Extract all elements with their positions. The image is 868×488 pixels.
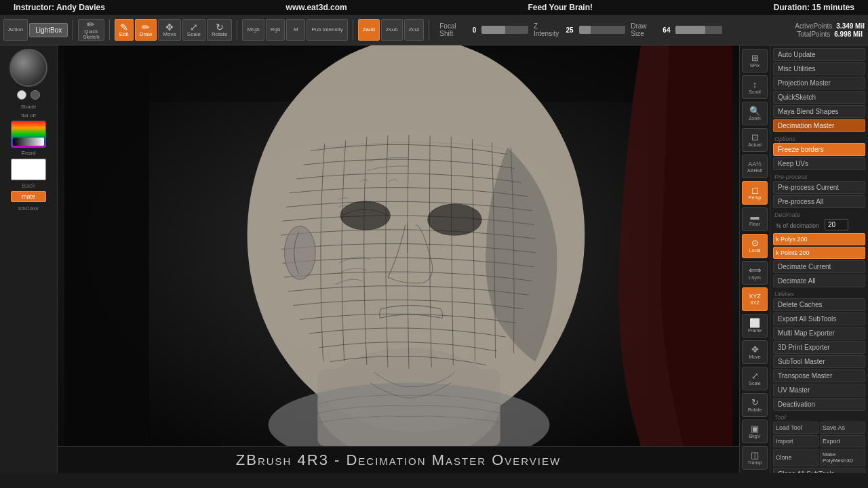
preprocess-current-button[interactable]: Pre-process Current	[773, 181, 865, 194]
multi-map-exporter-button[interactable]: Multi Map Exporter	[773, 327, 865, 340]
scale-button[interactable]: ⤢ Scale	[182, 19, 205, 41]
edit-button[interactable]: ✎ Edit	[115, 19, 134, 41]
shade-label: Shade	[20, 104, 36, 110]
svg-point-9	[428, 204, 481, 235]
back-label: Back	[22, 182, 35, 189]
freeze-borders-button[interactable]: Freeze borders	[773, 143, 865, 156]
lightbox-button[interactable]: LightBox	[29, 23, 68, 37]
decimation-master-button[interactable]: Decimation Master	[773, 119, 865, 132]
gray-dot[interactable]	[31, 90, 40, 100]
color-picker[interactable]	[11, 121, 46, 148]
m-button[interactable]: M	[286, 19, 305, 41]
utilities-section-title: Utilities	[773, 289, 865, 298]
svg-point-10	[285, 226, 316, 279]
material-sphere[interactable]	[9, 49, 47, 87]
duration-label: Duration: 15 minutes	[774, 3, 854, 12]
zadd-button[interactable]: Zadd	[358, 19, 380, 41]
load-tool-button[interactable]: Load Tool	[773, 422, 818, 434]
transp-button[interactable]: ◫ Transp	[742, 446, 768, 470]
back-color[interactable]	[11, 159, 46, 180]
percent-input[interactable]	[825, 219, 848, 230]
svg-rect-1	[64, 45, 149, 446]
quick-sketch-button[interactable]: ✏ QuickSketch	[78, 19, 104, 41]
persp-button[interactable]: ◻ Persp	[742, 181, 768, 205]
pub-intensity-button[interactable]: Pub Intensity	[307, 19, 347, 41]
keep-uvs-button[interactable]: Keep UVs	[773, 157, 865, 170]
rotate-button[interactable]: ↻ Rotate	[207, 19, 233, 41]
separator-5	[429, 20, 429, 40]
make-polymesh-button[interactable]: Make PolyMesh3D	[820, 449, 865, 466]
frame-button[interactable]: ⬜ Frame	[742, 314, 768, 338]
bottom-bar: ZBrush 4R3 - Decimation Master Overview	[58, 446, 739, 473]
instructor-label: Instructor: Andy Davies	[14, 3, 105, 12]
subtool-master-button[interactable]: SubTool Master	[773, 355, 865, 368]
decimate-current-button[interactable]: Decimate Current	[773, 260, 865, 273]
misc-utilities-button[interactable]: Misc Utilities	[773, 62, 865, 75]
zoom-button[interactable]: 🔍 Zoom	[742, 102, 768, 125]
canvas-area[interactable]: ZBrush 4R3 - Decimation Master Overview	[58, 45, 739, 473]
deactivation-button[interactable]: Deactivation	[773, 398, 865, 411]
tool-section-title: Tool	[773, 412, 865, 422]
separator-3	[237, 20, 237, 40]
focal-shift-slider[interactable]	[481, 26, 528, 34]
website-label: www.eat3d.com	[286, 3, 347, 12]
draw-button[interactable]: ✏ Draw	[135, 19, 157, 41]
maya-blend-shapes-button[interactable]: Maya Blend Shapes	[773, 105, 865, 118]
mrgb-button[interactable]: Mrgb	[242, 19, 264, 41]
draw-size-slider[interactable]	[675, 26, 722, 34]
bottom-title: ZBrush 4R3 - Decimation Master Overview	[236, 451, 561, 469]
xyz-button[interactable]: XYZ XYZ	[742, 287, 768, 311]
scale-icon-button[interactable]: ⤢ Scale	[742, 367, 768, 390]
zsub-button[interactable]: Zsub	[381, 19, 403, 41]
separator-4	[353, 20, 353, 40]
rotate-icon-button[interactable]: ↻ Rotate	[742, 393, 768, 417]
print-exporter-button[interactable]: 3D Print Exporter	[773, 341, 865, 354]
save-as-button[interactable]: Save As	[820, 422, 865, 434]
polys-button[interactable]: k Polys 200	[773, 233, 865, 245]
uv-master-button[interactable]: UV Master	[773, 384, 865, 396]
clone-row: Clone Make PolyMesh3D	[773, 449, 865, 466]
export-button[interactable]: Export	[820, 435, 865, 447]
aahalf-button[interactable]: AA½ AAHalf	[742, 155, 768, 178]
front-label: Front	[21, 150, 35, 157]
viewport[interactable]	[58, 45, 739, 446]
quicksketch-button[interactable]: QuickSketch	[773, 91, 865, 104]
spix-button[interactable]: ⊞ SPix	[742, 49, 768, 73]
bkgv-button[interactable]: ▣ BkgV	[742, 420, 768, 443]
z-intensity-slider[interactable]	[579, 26, 626, 34]
import-button[interactable]: Import	[773, 435, 818, 447]
flat-label: flat off	[21, 113, 36, 119]
color-dots	[17, 90, 40, 100]
scroll-button[interactable]: ↕ Scroll	[742, 75, 768, 99]
decimate-section-title: Decimate	[773, 209, 865, 219]
mate-button[interactable]: mate	[11, 191, 46, 202]
zadd-group: Zadd Zsub Zcut	[358, 19, 425, 41]
move-button[interactable]: ✥ Move	[158, 19, 181, 41]
clone-all-subtools-button[interactable]: Clone All SubTools	[773, 468, 865, 473]
action-button[interactable]: Action	[3, 19, 28, 41]
white-dot[interactable]	[17, 90, 26, 100]
intensity-bar: Focal Shift 0 Z Intensity 25 Draw Size 6…	[434, 22, 728, 37]
move-icon-button[interactable]: ✥ Move	[742, 340, 768, 364]
main-content: Shade flat off Front Back mate tchColor	[0, 45, 868, 473]
quick-sketch-group: ✏ QuickSketch	[78, 19, 104, 41]
local-button[interactable]: ⊙ Local	[742, 234, 768, 258]
decimate-all-button[interactable]: Decimate All	[773, 274, 865, 287]
zcut-button[interactable]: Zcut	[404, 19, 425, 41]
auto-update-button[interactable]: Auto Update	[773, 48, 865, 61]
transpose-master-button[interactable]: Transpose Master	[773, 369, 865, 382]
export-all-subtools-button[interactable]: Export All SubTools	[773, 312, 865, 325]
floor-button[interactable]: ▬ Floor	[742, 207, 768, 231]
delete-caches-button[interactable]: Delete Caches	[773, 298, 865, 311]
load-save-row: Load Tool Save As	[773, 422, 865, 434]
clone-button[interactable]: Clone	[773, 449, 818, 466]
lsym-button[interactable]: ⟺ LSym	[742, 261, 768, 285]
points-button[interactable]: k Points 200	[773, 247, 865, 259]
action-group: Action LightBox	[3, 19, 68, 41]
toolbar: Action LightBox ✏ QuickSketch ✎ Edit ✏ D…	[0, 15, 868, 45]
preprocess-all-button[interactable]: Pre-process All	[773, 195, 865, 208]
projection-master-button[interactable]: Projection Master	[773, 77, 865, 89]
rgb-group: Mrgb Rgb M Pub Intensity	[242, 19, 347, 41]
actual-button[interactable]: ⊡ Actual	[742, 128, 768, 152]
rgb-button[interactable]: Rgb	[266, 19, 285, 41]
